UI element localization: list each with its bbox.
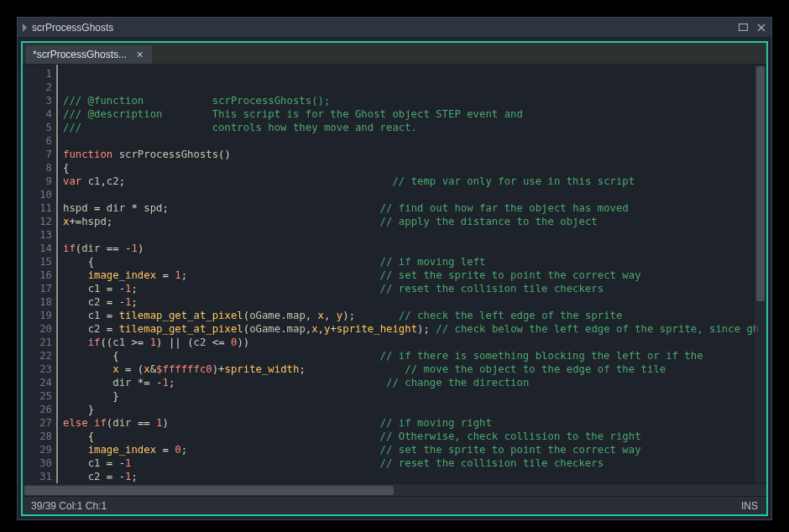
code-line[interactable]: function scrProcessGhosts() <box>63 148 766 161</box>
status-position: 39/39 Col:1 Ch:1 <box>31 500 107 512</box>
line-number: 6 <box>23 134 52 148</box>
code-line[interactable]: x = (x&$ffffffc0)+sprite_width; // move … <box>63 362 766 376</box>
line-number: 30 <box>23 456 52 470</box>
editor-window: scrProcessGhosts *scrProcessGhosts... ✕ … <box>17 17 772 520</box>
line-number: 17 <box>23 282 52 295</box>
code-line[interactable] <box>63 134 766 148</box>
tab-close-icon[interactable]: ✕ <box>133 49 145 60</box>
code-line[interactable]: /// @description This script is for the … <box>63 107 766 121</box>
status-bar: 39/39 Col:1 Ch:1 INS <box>23 496 766 514</box>
code-line[interactable]: c1 = -1 // reset the collision tile chec… <box>63 456 766 470</box>
code-line[interactable]: { // if there is something blocking the … <box>63 349 766 362</box>
line-number: 22 <box>23 349 52 362</box>
svg-rect-0 <box>739 24 747 31</box>
line-number: 20 <box>23 322 52 336</box>
line-number: 27 <box>23 416 52 430</box>
line-number: 25 <box>23 389 52 403</box>
code-line[interactable]: image_index = 0; // set the sprite to po… <box>63 443 766 456</box>
line-number: 9 <box>23 175 52 188</box>
line-number: 21 <box>23 336 52 349</box>
line-number: 16 <box>23 269 52 282</box>
code-line[interactable]: var c1,c2; // temp var only for use in t… <box>63 175 766 188</box>
code-line[interactable]: image_index = 1; // set the sprite to po… <box>63 269 766 282</box>
vertical-scrollbar[interactable] <box>755 65 766 483</box>
code-line[interactable]: c2 = tilemap_get_at_pixel(oGame.map,x,y+… <box>63 322 766 336</box>
line-number: 13 <box>23 228 52 242</box>
line-number: 11 <box>23 201 52 215</box>
code-line[interactable]: c2 = -1; <box>63 295 766 309</box>
status-mode: INS <box>741 500 758 512</box>
code-line[interactable] <box>63 228 766 242</box>
code-line[interactable]: c1 = tilemap_get_at_pixel(oGame.map, x, … <box>63 309 766 322</box>
code-viewport[interactable]: /// @function scrProcessGhosts();/// @de… <box>58 65 766 483</box>
tab-script[interactable]: *scrProcessGhosts... ✕ <box>26 45 152 64</box>
line-number: 19 <box>23 309 52 322</box>
code-line[interactable]: } <box>63 389 766 403</box>
code-line[interactable]: if(dir == -1) <box>63 242 766 255</box>
code-line[interactable]: c2 = -1; <box>63 470 766 483</box>
line-number-gutter: 1234567891011121314151617181920212223242… <box>23 65 58 483</box>
code-line[interactable]: { <box>63 161 766 175</box>
code-line[interactable]: /// @function scrProcessGhosts(); <box>63 94 766 107</box>
code-line[interactable]: /// controls how they move and react. <box>63 121 766 134</box>
editor-area: 1234567891011121314151617181920212223242… <box>23 65 766 483</box>
line-number: 14 <box>23 242 52 255</box>
line-number: 31 <box>23 470 52 483</box>
code-line[interactable]: c1 = -1; // reset the collision tile che… <box>63 282 766 295</box>
line-number: 10 <box>23 188 52 201</box>
code-line[interactable] <box>63 188 766 201</box>
line-number: 3 <box>23 94 52 107</box>
line-number: 12 <box>23 215 52 228</box>
code-line[interactable]: dir *= -1; // change the direction <box>63 376 766 389</box>
tab-bar: *scrProcessGhosts... ✕ <box>23 43 766 65</box>
line-number: 1 <box>23 67 52 81</box>
close-button[interactable] <box>755 22 768 34</box>
tab-label: *scrProcessGhosts... <box>33 49 127 60</box>
code-line[interactable]: { // Otherwise, check collision to the r… <box>63 430 766 443</box>
code-line[interactable]: else if(dir == 1) // if moving right <box>63 416 766 430</box>
editor-frame: *scrProcessGhosts... ✕ 12345678910111213… <box>21 41 768 516</box>
code-line[interactable]: hspd = dir * spd; // find out how far th… <box>63 201 766 215</box>
line-number: 28 <box>23 430 52 443</box>
code-line[interactable]: x+=hspd; // apply the distance to the ob… <box>63 215 766 228</box>
code-line[interactable]: } <box>63 403 766 416</box>
vertical-scroll-thumb[interactable] <box>756 66 765 301</box>
line-number: 5 <box>23 121 52 134</box>
line-number: 23 <box>23 362 52 376</box>
horizontal-scrollbar[interactable] <box>23 483 766 496</box>
line-number: 24 <box>23 376 52 389</box>
line-number: 15 <box>23 255 52 269</box>
window-menu-icon[interactable] <box>23 23 27 32</box>
line-number: 26 <box>23 403 52 416</box>
horizontal-scroll-thumb[interactable] <box>24 486 394 495</box>
titlebar[interactable]: scrProcessGhosts <box>18 18 771 38</box>
code-line[interactable]: if((c1 >= 1) || (c2 <= 0)) <box>63 336 766 349</box>
maximize-button[interactable] <box>736 22 750 34</box>
line-number: 2 <box>23 81 52 94</box>
code-line[interactable]: { // if moving left <box>63 255 766 269</box>
line-number: 7 <box>23 148 52 161</box>
line-number: 4 <box>23 107 52 121</box>
line-number: 29 <box>23 443 52 456</box>
line-number: 18 <box>23 295 52 309</box>
window-title: scrProcessGhosts <box>32 22 736 34</box>
line-number: 8 <box>23 161 52 175</box>
